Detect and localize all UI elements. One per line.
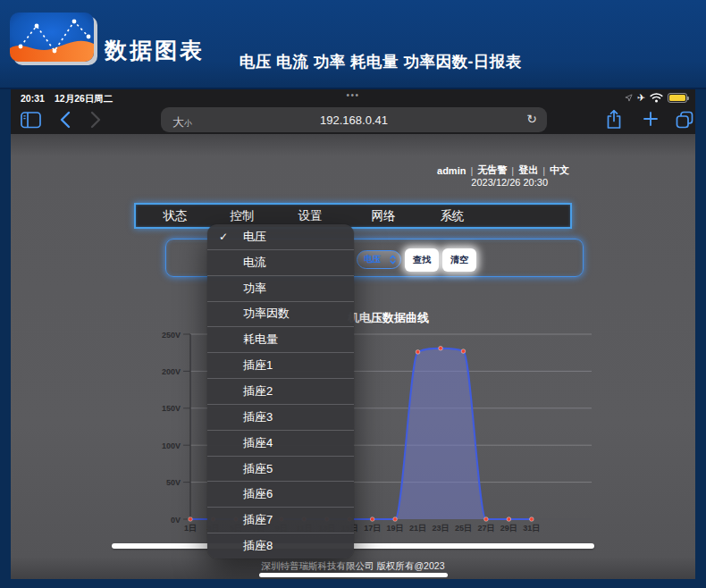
menu-item-socket-3[interactable]: 插座3 — [207, 404, 354, 430]
find-button[interactable]: 查找 — [405, 248, 439, 272]
language-link[interactable]: 中文 — [550, 164, 569, 177]
svg-text:25日: 25日 — [455, 524, 472, 533]
nav-item-system[interactable]: 系统 — [441, 208, 465, 224]
screenshot-frame: 数据图表 电压 电流 功率 耗电量 功率因数-日报表 20:31 12月26日周… — [0, 0, 706, 588]
logout-link[interactable]: 登出 — [518, 164, 538, 177]
back-icon[interactable] — [59, 111, 71, 129]
menu-item-socket-6[interactable]: 插座6 — [207, 481, 354, 507]
copyright-footer: 深圳特普瑞斯科技有限公司 版权所有@2023 — [11, 560, 695, 573]
metric-select[interactable]: 电压 — [357, 250, 401, 269]
svg-text:27日: 27日 — [477, 524, 494, 533]
location-icon — [625, 94, 633, 102]
account-row: admin | 无告警 | 登出 | 中文 — [437, 164, 569, 177]
svg-text:29日: 29日 — [500, 524, 517, 533]
svg-text:50V: 50V — [166, 478, 181, 487]
home-indicator[interactable] — [259, 573, 448, 577]
device-screen: 20:31 12月26日周二 ••• ✈ — [11, 89, 695, 579]
browser-toolbar: 大小 192.168.0.41 ↻ — [11, 105, 695, 134]
battery-icon — [668, 93, 687, 103]
wifi-icon — [650, 93, 663, 103]
svg-text:19日: 19日 — [387, 524, 404, 533]
page-datetime: 2023/12/26 20:30 — [471, 177, 548, 188]
app-subtitle: 电压 电流 功率 耗电量 功率因数-日报表 — [240, 51, 522, 72]
username: admin — [437, 165, 466, 176]
web-page: admin | 无告警 | 登出 | 中文 2023/12/26 20:30 状… — [11, 134, 695, 579]
checkmark-icon: ✓ — [219, 231, 228, 243]
metric-dropdown-menu: ✓ 电压 电流 功率 功率因数 耗电量 插座1 插座2 插座3 插座4 插座5 … — [207, 224, 354, 559]
menu-item-voltage[interactable]: ✓ 电压 — [207, 224, 354, 249]
menu-item-power-factor[interactable]: 功率因数 — [207, 301, 354, 327]
menu-item-current[interactable]: 电流 — [207, 249, 354, 275]
svg-text:150V: 150V — [162, 404, 181, 413]
multitask-handle-icon[interactable]: ••• — [346, 90, 359, 100]
menu-item-socket-7[interactable]: 插座7 — [207, 507, 354, 533]
menu-item-socket-1[interactable]: 插座1 — [207, 352, 354, 378]
airplane-icon: ✈ — [637, 93, 645, 103]
address-bar[interactable]: 大小 192.168.0.41 ↻ — [161, 107, 547, 132]
app-title: 数据图表 — [105, 36, 205, 65]
svg-text:100V: 100V — [162, 441, 181, 450]
menu-item-power[interactable]: 功率 — [207, 275, 354, 301]
clear-button[interactable]: 清空 — [442, 248, 476, 272]
menu-item-energy[interactable]: 耗电量 — [207, 326, 354, 352]
nav-item-status[interactable]: 状态 — [164, 208, 188, 224]
alarm-status: 无告警 — [477, 164, 507, 177]
svg-text:31日: 31日 — [523, 524, 540, 533]
reload-icon[interactable]: ↻ — [526, 112, 537, 126]
svg-text:1日: 1日 — [184, 524, 197, 533]
clock: 20:31 — [21, 93, 45, 104]
status-bar: 20:31 12月26日周二 ••• ✈ — [11, 89, 695, 105]
nav-item-control[interactable]: 控制 — [231, 208, 255, 224]
svg-text:200V: 200V — [162, 367, 181, 376]
app-banner: 数据图表 电压 电流 功率 耗电量 功率因数-日报表 — [0, 0, 706, 89]
nav-item-settings[interactable]: 设置 — [298, 208, 323, 224]
menu-item-socket-2[interactable]: 插座2 — [207, 378, 354, 404]
nav-item-network[interactable]: 网络 — [372, 208, 396, 224]
menu-item-socket-4[interactable]: 插座4 — [207, 430, 354, 456]
sidebar-toggle-icon[interactable] — [21, 112, 41, 129]
svg-text:23日: 23日 — [432, 524, 449, 533]
forward-icon[interactable] — [90, 111, 102, 129]
svg-text:0V: 0V — [171, 516, 181, 525]
url-text: 192.168.0.41 — [161, 113, 547, 127]
menu-item-socket-8[interactable]: 插座8 — [207, 533, 354, 559]
select-chevrons-icon — [390, 255, 396, 265]
status-date: 12月26日周二 — [55, 93, 113, 105]
svg-text:17日: 17日 — [364, 524, 381, 533]
tabs-icon[interactable] — [676, 111, 693, 129]
chart-logo-icon — [10, 13, 97, 66]
menu-item-socket-5[interactable]: 插座5 — [207, 456, 354, 482]
svg-text:21日: 21日 — [409, 524, 426, 533]
plus-icon[interactable] — [643, 111, 659, 127]
svg-text:250V: 250V — [162, 331, 181, 340]
share-icon[interactable] — [606, 109, 622, 130]
